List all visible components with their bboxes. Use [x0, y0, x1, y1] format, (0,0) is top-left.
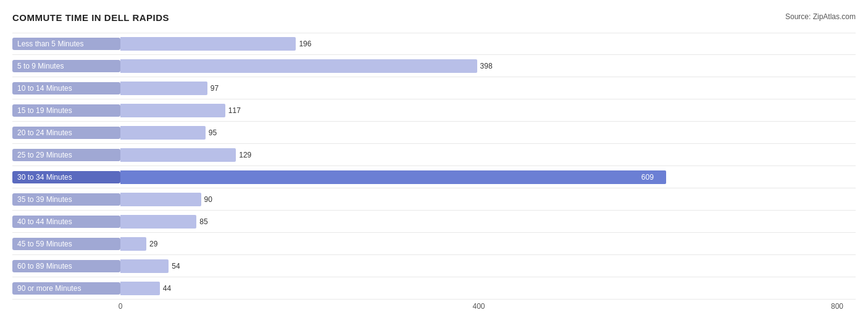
bar-value: 129	[239, 151, 251, 159]
bar-value: 54	[172, 262, 180, 271]
chart-area: Less than 5 Minutes1965 to 9 Minutes3981…	[12, 33, 856, 314]
bar-row: 20 to 24 Minutes95	[12, 122, 856, 144]
bar-value: 44	[163, 284, 171, 293]
bar-value: 29	[149, 240, 157, 248]
bar-label: 5 to 9 Minutes	[12, 60, 120, 72]
bar-container: 609	[120, 166, 856, 188]
bar-container: 90	[120, 188, 856, 210]
bar-value: 90	[204, 195, 212, 204]
bar-container: 54	[120, 255, 856, 277]
bar-container: 95	[120, 122, 856, 143]
bar-label: 60 to 89 Minutes	[12, 260, 120, 272]
bar-value: 85	[199, 217, 207, 226]
bar-label: Less than 5 Minutes	[12, 38, 120, 50]
bar-value: 97	[211, 84, 219, 93]
bar-row: 60 to 89 Minutes54	[12, 255, 856, 277]
bar-value: 609	[641, 173, 654, 182]
bar-label: 90 or more Minutes	[12, 282, 120, 295]
bar-fill	[120, 37, 296, 51]
bar-row: Less than 5 Minutes196	[12, 33, 856, 55]
chart-title: COMMUTE TIME IN DELL RAPIDS	[12, 12, 169, 23]
bar-row: 90 or more Minutes44	[12, 277, 856, 300]
x-axis-tick: 800	[831, 302, 843, 311]
bar-container: 117	[120, 99, 856, 121]
bar-container: 85	[120, 211, 856, 232]
bar-fill	[120, 126, 206, 140]
bar-row: 15 to 19 Minutes117	[12, 99, 856, 122]
bar-fill	[120, 237, 146, 251]
bar-container: 129	[120, 144, 856, 166]
bar-fill	[120, 104, 225, 117]
bar-container: 196	[120, 33, 856, 54]
bar-fill	[120, 282, 160, 295]
bar-label: 40 to 44 Minutes	[12, 216, 120, 228]
bar-value: 95	[209, 128, 217, 137]
bar-row: 40 to 44 Minutes85	[12, 211, 856, 233]
chart-header: COMMUTE TIME IN DELL RAPIDS Source: ZipA…	[12, 12, 856, 23]
bars-container: Less than 5 Minutes1965 to 9 Minutes3981…	[12, 33, 856, 300]
bar-fill	[120, 148, 236, 162]
bar-value: 117	[228, 106, 241, 115]
bar-label: 30 to 34 Minutes	[12, 171, 120, 183]
bar-row: 35 to 39 Minutes90	[12, 188, 856, 211]
bar-row: 5 to 9 Minutes398	[12, 55, 856, 77]
bar-fill	[120, 82, 207, 95]
x-axis: 0400800	[120, 302, 856, 314]
bar-label: 35 to 39 Minutes	[12, 193, 120, 206]
bar-row: 30 to 34 Minutes609	[12, 166, 856, 188]
bar-value: 398	[480, 62, 493, 70]
bar-label: 20 to 24 Minutes	[12, 127, 120, 139]
chart-source: Source: ZipAtlas.com	[785, 12, 856, 21]
bar-value: 196	[299, 40, 311, 48]
bar-fill	[120, 215, 196, 229]
bar-fill	[120, 170, 666, 184]
bar-container: 398	[120, 55, 856, 77]
bar-row: 25 to 29 Minutes129	[12, 144, 856, 166]
bar-container: 29	[120, 233, 856, 254]
bar-fill	[120, 59, 477, 73]
bar-fill	[120, 193, 201, 206]
bar-fill	[120, 259, 169, 273]
bar-row: 45 to 59 Minutes29	[12, 233, 856, 255]
bar-label: 25 to 29 Minutes	[12, 149, 120, 161]
bar-label: 10 to 14 Minutes	[12, 82, 120, 94]
x-axis-tick: 400	[472, 302, 485, 311]
bar-container: 44	[120, 277, 856, 299]
bar-label: 45 to 59 Minutes	[12, 238, 120, 250]
x-axis-tick: 0	[119, 302, 123, 311]
bar-container: 97	[120, 77, 856, 99]
bar-label: 15 to 19 Minutes	[12, 104, 120, 117]
bar-row: 10 to 14 Minutes97	[12, 77, 856, 99]
